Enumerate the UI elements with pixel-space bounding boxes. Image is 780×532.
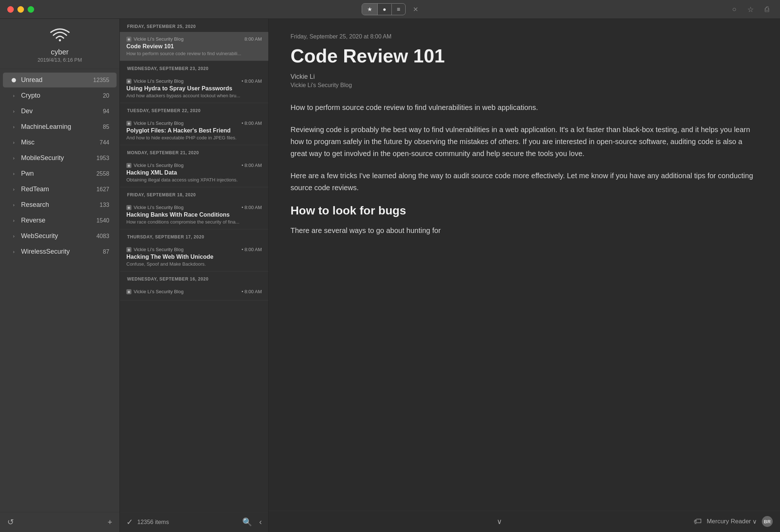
article-title: Code Review 101 — [126, 43, 262, 50]
article-list-content: FRIDAY, SEPTEMBER 25, 2020◉Vickie Li's S… — [120, 19, 268, 512]
titlebar-right: ○ ☆ ⎙ — [732, 5, 769, 14]
article-time: • 8:00 AM — [241, 163, 262, 168]
wifi-icon — [50, 27, 70, 47]
chevron-right-icon: › — [13, 171, 15, 176]
refresh-button[interactable]: ↺ — [7, 517, 14, 527]
sidebar-item-count: 2558 — [96, 171, 109, 177]
sidebar-item-crypto[interactable]: ›Crypto20 — [3, 88, 117, 103]
mark-all-read-button[interactable]: ✓ — [126, 517, 133, 527]
date-header: FRIDAY, SEPTEMBER 25, 2020 — [120, 19, 268, 32]
toolbar-center: ★ ● ≡ ✕ — [362, 3, 418, 15]
feed-icon: ◉ — [126, 163, 131, 168]
sidebar-item-label: Reverse — [21, 217, 96, 224]
sidebar-item-unread[interactable]: Unread12355 — [3, 73, 117, 87]
al-footer-left: ✓ 12356 items — [126, 517, 169, 527]
sidebar-item-research[interactable]: ›Research133 — [3, 197, 117, 212]
sidebar: cyber 2019/4/13, 6:16 PM Unread12355›Cry… — [0, 19, 120, 532]
add-feed-button[interactable]: + — [107, 517, 112, 527]
sidebar-item-count: 94 — [103, 108, 109, 115]
article-item[interactable]: ◉Vickie Li's Security Blog8:00 AMCode Re… — [120, 32, 268, 61]
mercury-reader-button[interactable]: Mercury Reader ∨ — [707, 518, 757, 525]
feed-icon: ◉ — [126, 247, 131, 252]
sidebar-item-wirelesssecurity[interactable]: ›WirelessSecurity87 — [3, 244, 117, 259]
chevron-right-icon: › — [13, 218, 15, 223]
sidebar-item-count: 744 — [99, 139, 109, 146]
sidebar-item-count: 20 — [103, 93, 109, 99]
tag-button[interactable]: 🏷 — [694, 517, 702, 526]
sidebar-item-count: 1953 — [96, 155, 109, 161]
article-item[interactable]: ◉Vickie Li's Security Blog• 8:00 AMHacki… — [120, 242, 268, 271]
mercury-reader-chevron: ∨ — [752, 518, 757, 525]
sidebar-item-label: Pwn — [21, 170, 96, 177]
sidebar-item-pwn[interactable]: ›Pwn2558 — [3, 166, 117, 181]
toolbar-star-button[interactable]: ★ — [362, 4, 378, 15]
toolbar-close-button[interactable]: ✕ — [413, 5, 418, 13]
article-title: Polyglot Files: A Hacker's Best Friend — [126, 127, 262, 134]
date-header: FRIDAY, SEPTEMBER 18, 2020 — [120, 187, 268, 200]
sidebar-item-redteam[interactable]: ›RedTeam1627 — [3, 182, 117, 197]
mercury-reader-label: Mercury Reader — [707, 518, 751, 525]
sidebar-item-dev[interactable]: ›Dev94 — [3, 104, 117, 119]
sidebar-item-websecurity[interactable]: ›WebSecurity4083 — [3, 229, 117, 244]
sidebar-header: cyber 2019/4/13, 6:16 PM — [0, 19, 119, 69]
share-icon[interactable]: ⎙ — [765, 5, 769, 13]
article-title: Hacking Banks With Race Conditions — [126, 212, 262, 218]
chevron-right-icon: › — [13, 249, 15, 254]
scroll-down-button[interactable]: ∨ — [497, 517, 502, 526]
sidebar-item-reverse[interactable]: ›Reverse1540 — [3, 213, 117, 228]
al-footer-count: 12356 items — [137, 519, 169, 525]
star-icon[interactable]: ☆ — [747, 5, 754, 14]
chevron-right-icon: › — [13, 155, 15, 161]
toolbar-dot-button[interactable]: ● — [378, 4, 392, 15]
article-item[interactable]: ◉Vickie Li's Security Blog• 8:00 AMPolyg… — [120, 116, 268, 145]
circle-icon[interactable]: ○ — [732, 5, 736, 13]
chevron-right-icon: › — [13, 109, 15, 114]
article-time: 8:00 AM — [244, 36, 262, 42]
chevron-right-icon: › — [13, 124, 15, 130]
sidebar-item-label: Unread — [21, 76, 93, 84]
close-button[interactable] — [7, 6, 14, 13]
date-header: THURSDAY, SEPTEMBER 17, 2020 — [120, 229, 268, 242]
sidebar-item-label: Misc — [21, 139, 99, 146]
al-footer-right: 🔍 ‹ — [242, 517, 262, 527]
article-time: • 8:00 AM — [241, 120, 262, 126]
minimize-button[interactable] — [17, 6, 24, 13]
article-item[interactable]: ◉Vickie Li's Security Blog• 8:00 AMHacki… — [120, 158, 268, 187]
date-header: WEDNESDAY, SEPTEMBER 23, 2020 — [120, 61, 268, 74]
feed-icon: ◉ — [126, 289, 131, 294]
article-item[interactable]: ◉Vickie Li's Security Blog• 8:00 AMUsing… — [120, 74, 268, 103]
sidebar-item-count: 85 — [103, 124, 109, 130]
titlebar: ★ ● ≡ ✕ ○ ☆ ⎙ — [0, 0, 780, 19]
sidebar-item-machinelearning[interactable]: ›MachineLearning85 — [3, 119, 117, 134]
article-paragraph-1: How to perform source code review to fin… — [291, 102, 758, 114]
article-preview: Confuse, Spoof and Make Backdoors. — [126, 261, 262, 267]
article-item[interactable]: ◉Vickie Li's Security Blog• 8:00 AM — [120, 285, 268, 300]
sidebar-item-count: 87 — [103, 249, 109, 255]
sidebar-item-count: 12355 — [93, 77, 110, 83]
search-button[interactable]: 🔍 — [242, 517, 252, 527]
sidebar-item-label: WebSecurity — [21, 232, 96, 240]
back-button[interactable]: ‹ — [259, 517, 262, 527]
toolbar-list-button[interactable]: ≡ — [392, 4, 405, 15]
dot-icon — [12, 78, 16, 82]
chevron-right-icon: › — [13, 202, 15, 208]
fullscreen-button[interactable] — [28, 6, 34, 13]
article-time: • 8:00 AM — [241, 247, 262, 252]
article-section-title: How to look for bugs — [291, 204, 758, 217]
sidebar-item-label: MobileSecurity — [21, 154, 96, 162]
sidebar-item-mobilesecurity[interactable]: ›MobileSecurity1953 — [3, 151, 117, 165]
sidebar-item-count: 1627 — [96, 186, 109, 193]
article-list: FRIDAY, SEPTEMBER 25, 2020◉Vickie Li's S… — [120, 19, 269, 532]
feed-icon: ◉ — [126, 121, 131, 126]
chevron-right-icon: › — [13, 187, 15, 192]
sidebar-item-misc[interactable]: ›Misc744 — [3, 135, 117, 150]
article-preview: And how to hide executable PHP code in J… — [126, 135, 262, 140]
main-layout: cyber 2019/4/13, 6:16 PM Unread12355›Cry… — [0, 19, 780, 532]
toolbar-btn-group: ★ ● ≡ — [362, 3, 406, 15]
article-title: Hacking The Web With Unicode — [126, 254, 262, 260]
sidebar-item-label: Dev — [21, 107, 103, 115]
article-blog: Vickie Li's Security Blog — [291, 82, 758, 89]
article-item[interactable]: ◉Vickie Li's Security Blog• 8:00 AMHacki… — [120, 200, 268, 229]
chevron-right-icon: › — [13, 140, 15, 145]
article-preview: How to perform source code review to fin… — [126, 51, 262, 56]
